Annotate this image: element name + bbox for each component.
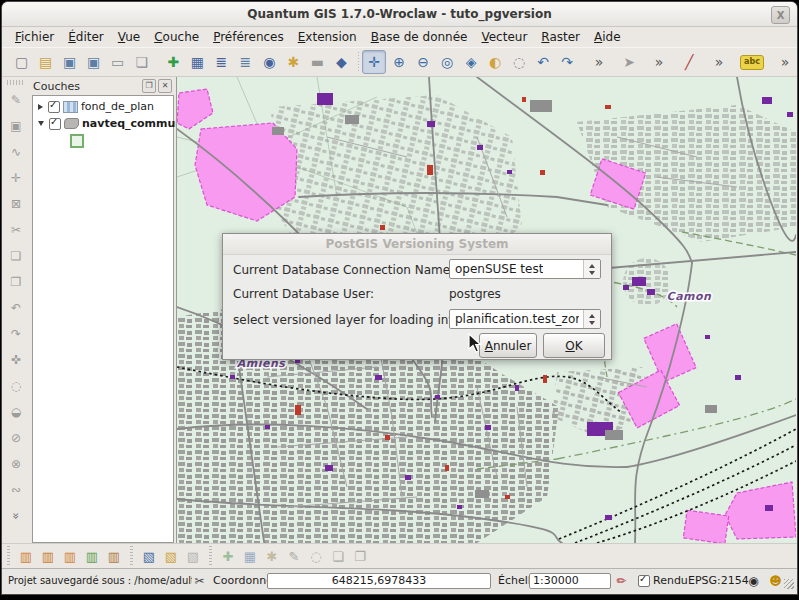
select-disabled-icon[interactable]: ❏: [328, 546, 348, 566]
add-raster-disabled-icon[interactable]: ▦: [240, 546, 260, 566]
crs-status-icon[interactable]: ◉: [745, 572, 762, 589]
add-raster-layer-icon[interactable]: ▦: [186, 51, 208, 73]
zoom-out-icon[interactable]: ⊖: [412, 51, 434, 73]
zoom-selection-icon[interactable]: ◐: [484, 51, 506, 73]
new-shapefile-layer-icon[interactable]: ✱: [282, 51, 304, 73]
toolbar-grip[interactable]: [5, 546, 12, 566]
delete-ring-icon[interactable]: ⊘: [6, 428, 26, 448]
copy-features-icon[interactable]: ❏: [6, 246, 26, 266]
deselect-disabled-icon[interactable]: ❐: [350, 546, 370, 566]
toolbar-extension-icon[interactable]: »: [708, 51, 730, 73]
menu-fichier[interactable]: Fichier: [8, 28, 61, 46]
toolbar-grip[interactable]: [356, 52, 358, 72]
zoom-in-icon[interactable]: ⊕: [388, 51, 410, 73]
save-project-as-icon[interactable]: ▣: [83, 51, 105, 73]
combo-arrows-icon[interactable]: [583, 310, 600, 328]
pgversion-revert-icon[interactable]: ▥: [82, 546, 102, 566]
menu-extension[interactable]: Extension: [291, 28, 364, 46]
worker-icon[interactable]: ☻: [767, 572, 784, 589]
zoom-last-icon[interactable]: ↶: [532, 51, 554, 73]
menu-aide[interactable]: Aide: [587, 28, 628, 46]
pgversion-commit-icon[interactable]: ▥: [60, 546, 80, 566]
toolbar-grip[interactable]: [157, 52, 159, 72]
paste-features-icon[interactable]: ❐: [6, 272, 26, 292]
float-panel-icon[interactable]: ❐: [142, 79, 156, 93]
zoom-next-icon[interactable]: ↷: [556, 51, 578, 73]
search-disabled-icon[interactable]: ◌: [306, 546, 326, 566]
identify-icon[interactable]: ➤: [618, 51, 640, 73]
capture-line-icon[interactable]: ∿: [6, 142, 26, 162]
add-ring-icon[interactable]: ◌: [6, 376, 26, 396]
ok-button[interactable]: OK: [543, 333, 605, 358]
edit-layer-disabled-icon[interactable]: ✎: [284, 546, 304, 566]
menu-vue[interactable]: Vue: [111, 28, 147, 46]
cut-features-icon[interactable]: ✂: [6, 220, 26, 240]
cancel-button[interactable]: Annuler: [479, 333, 537, 358]
toolbar-grip[interactable]: [207, 546, 214, 566]
add-part-icon[interactable]: ◒: [6, 402, 26, 422]
add-vector-layer-icon[interactable]: ✚: [162, 51, 184, 73]
add-postgis-layer-icon[interactable]: ≣: [210, 51, 232, 73]
menu-vecteur[interactable]: Vecteur: [474, 28, 534, 46]
add-wms-layer-icon[interactable]: ◉: [258, 51, 280, 73]
resize-grip-icon[interactable]: [784, 579, 794, 589]
scissors-icon[interactable]: ✂: [191, 572, 208, 589]
dialog-title[interactable]: PostGIS Versioning System: [223, 234, 611, 255]
delete-selected-icon[interactable]: ⊠: [6, 194, 26, 214]
menu--diter[interactable]: Éditer: [61, 28, 111, 46]
add-wfs-layer-icon[interactable]: ◆: [330, 51, 352, 73]
add-spatialite-layer-icon[interactable]: ≣: [234, 51, 256, 73]
delete-part-icon[interactable]: ⊗: [6, 454, 26, 474]
measure-icon[interactable]: ╱: [678, 51, 700, 73]
menu-base-de-donn-e[interactable]: Base de donnée: [364, 28, 475, 46]
undo-icon[interactable]: ↶: [6, 298, 26, 318]
remove-layer-icon[interactable]: ▬: [306, 51, 328, 73]
menu-pr-f-rences[interactable]: Préférences: [206, 28, 291, 46]
render-checkbox[interactable]: [638, 575, 650, 587]
labeling-icon[interactable]: abc: [740, 55, 764, 70]
toolbar-extension-icon[interactable]: »: [774, 51, 796, 73]
layer-item-fond-de-plan[interactable]: fond_de_plan: [33, 98, 173, 115]
reshape-features-icon[interactable]: ∾: [6, 480, 26, 500]
zoom-full-icon[interactable]: ◈: [460, 51, 482, 73]
zoom-native-icon[interactable]: ◎: [436, 51, 458, 73]
redo-icon[interactable]: ↷: [6, 324, 26, 344]
move-feature-icon[interactable]: ✛: [6, 168, 26, 188]
connection-name-combo[interactable]: openSUSE test: [449, 259, 601, 279]
node-tool-icon[interactable]: ✜: [6, 350, 26, 370]
toolbar-grip[interactable]: [5, 52, 7, 72]
help-disabled-icon[interactable]: ▧: [183, 546, 203, 566]
layer-checkbox[interactable]: [48, 101, 60, 113]
expand-icon[interactable]: [38, 104, 43, 110]
new-print-composer-icon[interactable]: ▭: [107, 51, 129, 73]
toggle-editing-icon[interactable]: ✎: [6, 90, 26, 110]
composer-manager-icon[interactable]: ❏: [131, 51, 153, 73]
versioned-layer-combo[interactable]: planification.test_zone_urba: [449, 309, 601, 329]
layer-item-navteq-communes[interactable]: navteq_commun...: [33, 115, 173, 132]
pgversion-checkout-icon[interactable]: ▥: [16, 546, 36, 566]
save-edits-icon[interactable]: ▣: [6, 116, 26, 136]
close-panel-icon[interactable]: ✕: [158, 79, 172, 93]
toolbar-extension-icon[interactable]: »: [588, 51, 610, 73]
stop-render-icon[interactable]: ✏: [613, 572, 630, 589]
layer-label[interactable]: fond_de_plan: [81, 100, 154, 113]
toolbar-extension-icon[interactable]: »: [648, 51, 670, 73]
pgversion-log-icon[interactable]: ▥: [104, 546, 124, 566]
menu-couche[interactable]: Couche: [147, 28, 206, 46]
titlebar[interactable]: Quantum GIS 1.7.0-Wroclaw - tuto_pgversi…: [2, 2, 797, 27]
pgversion-update-icon[interactable]: ▥: [38, 546, 58, 566]
plugin-help-icon[interactable]: ▧: [161, 546, 181, 566]
new-layer-disabled-icon[interactable]: ✱: [262, 546, 282, 566]
collapse-icon[interactable]: [38, 121, 44, 126]
combo-arrows-icon[interactable]: [583, 260, 600, 278]
open-project-icon[interactable]: ▤: [35, 51, 57, 73]
scale-input[interactable]: 1:30000: [529, 573, 611, 589]
close-button[interactable]: X: [771, 6, 790, 24]
toolbar-more-icon[interactable]: »: [6, 506, 26, 526]
save-project-icon[interactable]: ▣: [59, 51, 81, 73]
coordinate-input[interactable]: 648215,6978433: [267, 573, 491, 589]
pan-map-icon[interactable]: ✛: [362, 50, 386, 74]
toolbar-grip[interactable]: [128, 546, 135, 566]
menu-raster[interactable]: Raster: [534, 28, 587, 46]
layer-checkbox[interactable]: [49, 118, 61, 130]
